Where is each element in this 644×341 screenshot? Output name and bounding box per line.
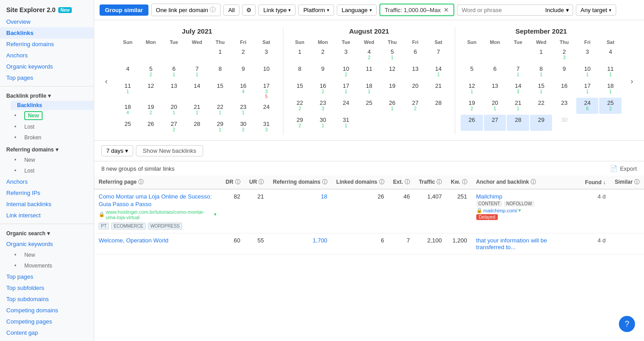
sidebar-item-referring-domains[interactable]: Referring domains <box>0 39 94 50</box>
cal-cell[interactable]: 29 <box>530 115 553 131</box>
sidebar-ref-domains-new[interactable]: New <box>18 155 41 164</box>
backlink-profile-header[interactable]: Backlink profile ▾ <box>0 89 94 101</box>
cal-cell[interactable]: 25 <box>358 98 380 114</box>
cal-cell[interactable]: 24 <box>335 98 357 114</box>
calendar-prev-button[interactable]: ‹ <box>101 75 111 88</box>
sidebar-link-intersect[interactable]: Link intersect <box>0 210 94 221</box>
cal-cell[interactable]: 23 <box>553 47 575 63</box>
cal-cell[interactable]: 81 <box>530 64 553 80</box>
cal-cell[interactable]: 2 <box>232 47 255 63</box>
settings-button[interactable]: ⚙ <box>242 4 256 16</box>
sidebar-backlinks-broken[interactable]: Broken <box>18 133 48 142</box>
cal-cell[interactable]: 8 <box>289 64 311 80</box>
cal-cell[interactable]: 12 <box>140 81 162 101</box>
cal-cell[interactable]: 162 <box>312 81 334 97</box>
cal-cell[interactable]: 13 <box>404 64 426 80</box>
col-linked-domains[interactable]: Linked domains ⓘ <box>332 176 389 189</box>
cal-cell[interactable]: 233 <box>312 98 334 114</box>
cal-cell[interactable]: 222 <box>289 98 311 114</box>
cal-cell[interactable]: 141 <box>427 64 450 80</box>
col-similar[interactable]: Similar ⓘ <box>610 176 644 189</box>
sidebar-referring-ips[interactable]: Referring IPs <box>0 187 94 199</box>
cal-cell[interactable]: 292 <box>289 115 311 131</box>
show-new-backlinks-button[interactable]: Show New backlinks <box>136 145 203 156</box>
cal-cell[interactable]: 4 <box>117 64 139 80</box>
cal-cell[interactable]: 71 <box>186 64 209 80</box>
cal-cell[interactable]: 21 <box>427 81 450 97</box>
sidebar-top-subdomains[interactable]: Top subdomains <box>0 294 94 305</box>
cal-cell[interactable]: 3 <box>255 47 278 63</box>
cal-cell[interactable]: 27 <box>484 115 506 131</box>
cal-cell[interactable]: 201 <box>163 102 185 118</box>
cal-cell[interactable]: 3 <box>335 47 357 63</box>
sidebar-item-backlinks[interactable]: Backlinks <box>0 27 94 39</box>
cal-cell[interactable]: 10 <box>255 64 278 80</box>
cal-cell[interactable]: 22 <box>530 98 553 114</box>
cal-cell[interactable]: 20 <box>404 81 426 97</box>
cal-cell[interactable]: 221 <box>209 102 231 118</box>
chevron-down-icon[interactable]: ▾ <box>214 212 217 217</box>
sidebar-item-top-pages-top[interactable]: Top pages <box>0 72 94 83</box>
cal-cell[interactable]: 6 <box>484 64 506 80</box>
cal-cell[interactable]: 261 <box>381 98 404 114</box>
all-button[interactable]: All <box>223 4 239 16</box>
cal-cell[interactable]: 13 <box>484 81 506 97</box>
sidebar-organic-movements[interactable]: Movements <box>18 261 58 270</box>
col-kw[interactable]: Kw. ⓘ <box>446 176 471 189</box>
cal-cell[interactable]: 42 <box>358 47 380 63</box>
cal-cell[interactable]: 26 <box>140 119 162 135</box>
cal-cell[interactable]: 101 <box>576 64 599 80</box>
cal-cell[interactable]: 15 <box>289 81 311 97</box>
one-link-per-domain-button[interactable]: One link per domain ⓘ <box>151 4 221 16</box>
days-button[interactable]: 7 days ▾ <box>101 145 133 156</box>
col-ext[interactable]: Ext. ⓘ <box>389 176 414 189</box>
cal-cell[interactable]: 9 <box>312 64 334 80</box>
cal-cell[interactable]: 16 <box>553 81 575 97</box>
col-ur[interactable]: UR ⓘ <box>245 176 269 189</box>
cal-cell[interactable]: 19 <box>381 81 404 97</box>
cal-cell[interactable]: 231 <box>232 102 255 118</box>
cal-cell[interactable]: 71 <box>507 64 529 80</box>
any-target-button[interactable]: Any target ▾ <box>576 4 616 16</box>
cal-cell[interactable]: 143 <box>507 81 529 97</box>
cal-cell[interactable]: 2 <box>312 47 334 63</box>
cal-cell[interactable]: 3 <box>576 47 599 63</box>
cal-cell[interactable]: 313 <box>255 119 278 135</box>
sidebar-ref-domains-lost[interactable]: Lost <box>18 166 41 175</box>
cal-cell[interactable]: 291 <box>209 119 231 135</box>
calendar-next-button[interactable]: › <box>627 75 637 88</box>
sidebar-organic-new[interactable]: New <box>18 250 41 259</box>
sidebar-item-overview[interactable]: Overview <box>0 16 94 27</box>
referring-domains-header[interactable]: Referring domains ▾ <box>0 143 94 155</box>
referring-page-link[interactable]: Como Montar uma Loja Online de Sucesso: … <box>99 193 217 208</box>
include-button[interactable]: Include ▾ <box>542 4 573 16</box>
organic-search-header[interactable]: Organic search ▾ <box>0 227 94 238</box>
cal-cell[interactable]: 121 <box>461 81 483 97</box>
cal-cell[interactable]: 1 <box>530 47 553 63</box>
cal-cell[interactable]: 5 <box>461 64 483 80</box>
sidebar-competing-domains[interactable]: Competing domains <box>0 305 94 316</box>
cal-cell[interactable]: 61 <box>163 64 185 80</box>
export-button[interactable]: 📄 Export <box>610 165 637 172</box>
cal-cell[interactable]: 9 <box>553 64 575 80</box>
referring-page-link-2[interactable]: Welcome, Operation World <box>99 237 217 245</box>
cal-cell[interactable]: 15 <box>209 81 231 101</box>
cal-cell[interactable]: 111 <box>599 64 622 80</box>
cal-cell[interactable]: 1 <box>289 47 311 63</box>
cal-cell[interactable]: 11 <box>358 64 380 80</box>
cal-cell[interactable]: 192 <box>140 102 162 118</box>
sidebar-item-organic-keywords-top[interactable]: Organic keywords <box>0 61 94 72</box>
cal-cell[interactable]: 102 <box>335 64 357 80</box>
cal-cell[interactable]: 52 <box>140 64 162 80</box>
cal-cell[interactable]: 272 <box>404 98 426 114</box>
cal-cell[interactable]: 24 <box>255 102 278 118</box>
cal-cell[interactable]: 301 <box>312 115 334 131</box>
cal-cell[interactable]: 9 <box>232 64 255 80</box>
cal-cell[interactable]: 28 <box>507 115 529 131</box>
cal-cell[interactable]: 8 <box>209 64 231 80</box>
cal-cell[interactable]: 181 <box>599 81 622 97</box>
language-button[interactable]: Language ▾ <box>337 4 377 16</box>
col-found[interactable]: Found ↓ <box>581 176 610 189</box>
cal-cell[interactable]: 246 <box>576 98 599 114</box>
sidebar-backlinks-lost[interactable]: Lost <box>18 122 41 131</box>
